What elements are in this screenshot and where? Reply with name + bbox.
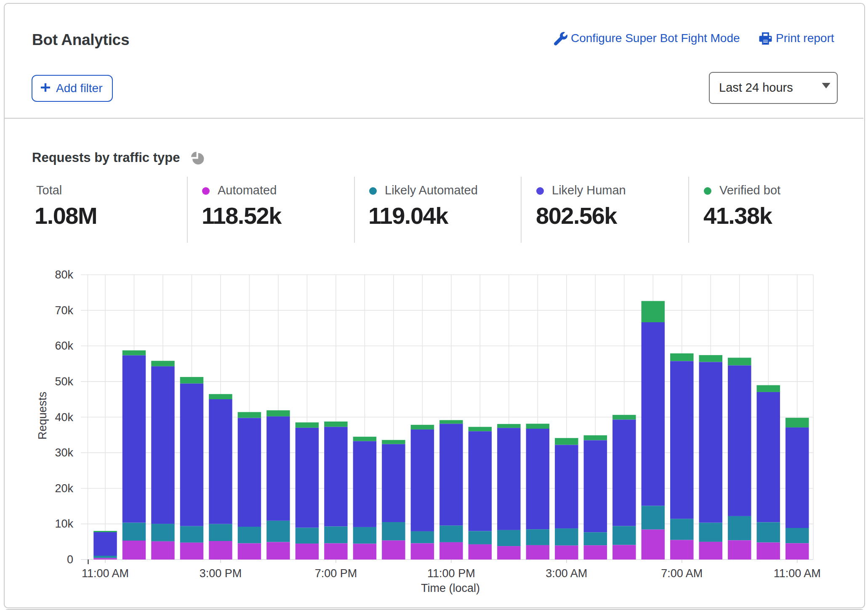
svg-text:30k: 30k — [55, 446, 73, 459]
svg-text:7:00 AM: 7:00 AM — [661, 567, 703, 580]
svg-text:11:00 PM: 11:00 PM — [427, 567, 475, 580]
svg-text:3:00 AM: 3:00 AM — [546, 567, 587, 580]
svg-text:Requests: Requests — [36, 392, 49, 440]
svg-text:11:00 AM: 11:00 AM — [82, 567, 129, 580]
svg-text:10k: 10k — [55, 517, 73, 530]
svg-text:3:00 PM: 3:00 PM — [200, 567, 242, 580]
svg-text:Time (local): Time (local) — [421, 582, 480, 594]
svg-text:40k: 40k — [55, 411, 73, 424]
svg-text:80k: 80k — [55, 268, 73, 281]
svg-text:11:00 AM: 11:00 AM — [774, 567, 821, 580]
svg-text:7:00 PM: 7:00 PM — [315, 567, 357, 580]
svg-text:70k: 70k — [55, 304, 73, 317]
svg-text:60k: 60k — [55, 339, 73, 352]
svg-text:20k: 20k — [55, 482, 73, 495]
svg-text:50k: 50k — [55, 375, 73, 388]
svg-text:0: 0 — [67, 553, 73, 566]
